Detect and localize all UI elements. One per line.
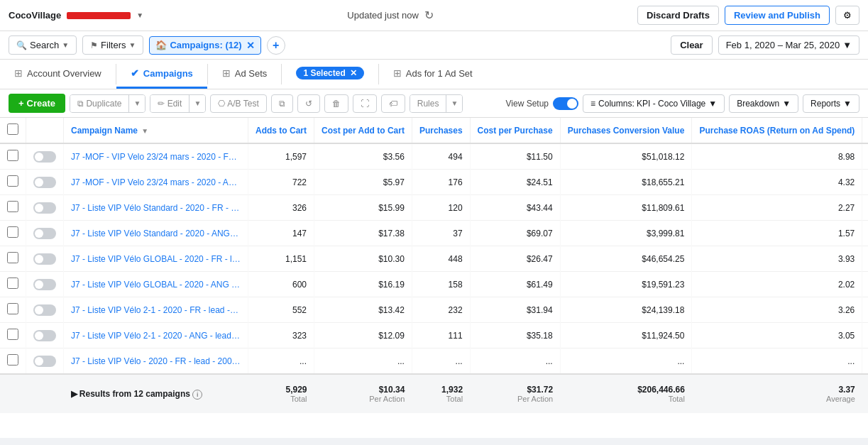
row-toggle[interactable] <box>33 151 56 163</box>
row-checkbox[interactable] <box>7 329 18 340</box>
row-toggle[interactable] <box>33 304 56 316</box>
duplicate-arrow-button[interactable]: ▼ <box>128 95 145 112</box>
row-checkbox[interactable] <box>7 175 18 187</box>
refresh-icon[interactable]: ↻ <box>424 9 434 22</box>
row-toggle[interactable] <box>33 228 56 239</box>
row-toggle[interactable] <box>33 279 56 290</box>
selected-close-icon[interactable]: ✕ <box>350 68 357 78</box>
delete-button[interactable]: 🗑 <box>324 94 348 113</box>
refresh-tool-button[interactable]: ↺ <box>297 94 320 113</box>
row-toggle[interactable] <box>33 202 56 214</box>
row-checkbox[interactable] <box>7 303 18 314</box>
row-checkbox[interactable] <box>7 150 18 161</box>
row-checkbox[interactable] <box>7 252 18 263</box>
tab-selected[interactable]: 1 Selected ✕ <box>282 60 378 89</box>
date-dropdown-icon: ▼ <box>842 40 852 50</box>
purchases-cell: 120 <box>412 195 470 221</box>
table-row: J7 - Liste VIP Vélo 2-1 - 2020 - FR - le… <box>0 297 868 323</box>
results-expand-icon[interactable]: ▶ <box>71 389 77 399</box>
row-toggle-cell <box>26 143 64 170</box>
cost-per-add-cell: $3.56 <box>314 143 412 170</box>
search-button[interactable]: 🔍 Search ▼ <box>9 35 77 55</box>
ab-test-label: A/B Test <box>227 99 258 109</box>
totals-adds: 5,929 Total <box>248 374 314 413</box>
campaign-name-cell[interactable]: J7 - Liste VIP Vélo GLOBAL - 2020 - FR -… <box>64 246 248 272</box>
purchases-cell: 232 <box>412 297 470 323</box>
row-checkbox[interactable] <box>7 226 18 238</box>
edit-button[interactable]: ✏ Edit <box>150 95 189 112</box>
rules-button[interactable]: Rules <box>410 95 446 112</box>
campaign-name-cell[interactable]: J7 - Liste VIP Vélo 2-1 - 2020 - ANG - l… <box>64 323 248 348</box>
adds-to-cart-cell: 1,151 <box>248 246 314 272</box>
row-toggle[interactable] <box>33 253 56 265</box>
row-checkbox[interactable] <box>7 201 18 212</box>
screen-button[interactable]: ⛶ <box>353 94 377 113</box>
table-row: J7 - Liste VIP Vélo Standard - 2020 - AN… <box>0 221 868 246</box>
clear-button[interactable]: Clear <box>671 35 713 55</box>
pcv-cell: $11,924.50 <box>560 323 692 348</box>
amount-spent-cell: $5,683.44 <box>862 143 868 170</box>
tab-ads-for-adset[interactable]: ⊞ Ads for 1 Ad Set <box>379 60 487 89</box>
row-toggle-cell <box>26 272 64 297</box>
columns-dropdown-icon: ▼ <box>708 99 717 109</box>
campaign-name-cell[interactable]: J7 - Liste VIP Vélo Standard - 2020 - AN… <box>64 221 248 246</box>
ab-test-button[interactable]: ⎔ A/B Test <box>210 94 266 113</box>
totals-purchases-val: 1,932 <box>419 385 463 395</box>
totals-pcv-label: Total <box>567 395 685 403</box>
pcv-cell: $11,809.61 <box>560 195 692 221</box>
view-setup-toggle[interactable] <box>553 97 578 110</box>
duplicate-button[interactable]: ⧉ Duplicate <box>70 95 128 112</box>
date-range-text: Feb 1, 2020 – Mar 25, 2020 <box>726 40 840 50</box>
copy-button[interactable]: ⧉ <box>271 94 293 113</box>
row-checkbox[interactable] <box>7 278 18 289</box>
tab-campaigns[interactable]: ✔ Campaigns <box>116 60 207 89</box>
campaign-name-cell[interactable]: J7 - Liste VIP Vélo Standard - 2020 - FR… <box>64 195 248 221</box>
row-toggle[interactable] <box>33 330 56 341</box>
brand-dropdown-arrow[interactable]: ▼ <box>136 11 143 19</box>
campaign-name-cell[interactable]: J7 -MOF - VIP Velo 23/24 mars - 2020 - F… <box>64 143 248 170</box>
breakdown-button[interactable]: Breakdown ▼ <box>729 94 798 113</box>
campaign-name-cell[interactable]: J7 -MOF - VIP Velo 23/24 mars - 2020 - A… <box>64 170 248 195</box>
create-button[interactable]: + Create <box>9 94 65 113</box>
results-info-icon[interactable]: i <box>192 390 202 400</box>
row-checkbox-cell <box>0 221 26 246</box>
reports-button[interactable]: Reports ▼ <box>803 94 859 113</box>
add-filter-button[interactable]: + <box>267 36 285 55</box>
filter-bar-right: Clear Feb 1, 2020 – Mar 25, 2020 ▼ <box>671 35 859 55</box>
campaign-name-cell[interactable]: J7 - Liste VIP Vélo 2-1 - 2020 - FR - le… <box>64 297 248 323</box>
brand-name: CocoVillage <box>9 10 61 21</box>
amount-spent-cell: $11,859.22 <box>862 246 868 272</box>
row-toggle-cell <box>26 221 64 246</box>
purchases-cell: 494 <box>412 143 470 170</box>
cost-per-purchase-cell: $26.47 <box>470 246 560 272</box>
discard-drafts-button[interactable]: Discard Drafts <box>637 6 719 25</box>
row-toggle[interactable] <box>33 356 56 367</box>
totals-cost-purchase-label: Per Action <box>477 395 553 403</box>
edit-arrow-button[interactable]: ▼ <box>189 95 205 112</box>
row-checkbox[interactable] <box>7 354 18 366</box>
campaigns-filter-tag: 🏠 Campaigns: (12) ✕ <box>149 36 260 55</box>
tab-account-overview[interactable]: ⊞ Account Overview <box>0 60 116 89</box>
campaign-name-cell[interactable]: J7 - Liste VIP Vélo - 2020 - FR - lead -… <box>64 348 248 375</box>
cost-per-purchase-cell: $43.44 <box>470 195 560 221</box>
rules-arrow-button[interactable]: ▼ <box>446 95 462 112</box>
settings-button[interactable]: ⚙ <box>835 6 859 25</box>
date-range-picker[interactable]: Feb 1, 2020 – Mar 25, 2020 ▼ <box>718 35 859 55</box>
purchases-header: Purchases <box>412 118 470 143</box>
campaigns-tag-close[interactable]: ✕ <box>246 40 255 51</box>
campaigns-table: Campaign Name ▼ Adds to Cart Cost per Ad… <box>0 118 868 413</box>
amount-spent-cell: $5,212.65 <box>862 195 868 221</box>
columns-button[interactable]: ≡ Columns: KPI - Coco Village ▼ <box>583 94 725 113</box>
tag-button[interactable]: 🏷 <box>381 94 405 113</box>
toolbar: + Create ⧉ Duplicate ▼ ✏ Edit ▼ ⎔ A/B Te… <box>0 89 868 118</box>
filters-button[interactable]: ⚑ Filters ▼ <box>82 35 143 55</box>
roas-cell: 2.27 <box>692 195 862 221</box>
row-toggle[interactable] <box>33 177 56 188</box>
adds-to-cart-cell: 722 <box>248 170 314 195</box>
row-checkbox-cell <box>0 348 26 375</box>
tab-ad-sets[interactable]: ⊞ Ad Sets <box>208 60 282 89</box>
purchases-cell: 111 <box>412 323 470 348</box>
review-publish-button[interactable]: Review and Publish <box>725 6 830 25</box>
select-all-checkbox[interactable] <box>7 123 18 135</box>
campaign-name-cell[interactable]: J7 - Liste VIP Vélo GLOBAL - 2020 - ANG … <box>64 272 248 297</box>
